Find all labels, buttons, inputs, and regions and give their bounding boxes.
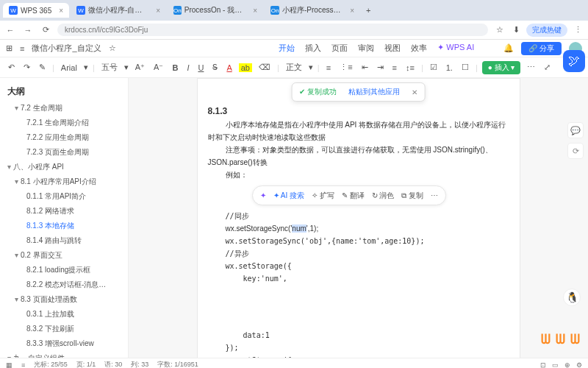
outline-item[interactable]: ▾8.1 小程序常用API介绍	[3, 174, 125, 189]
status-bar: ▦ ≡ 光标: 25/55 页: 1/1 语: 30 列: 33 字数: 1/1…	[0, 358, 588, 368]
star-icon[interactable]: ☆	[109, 43, 116, 53]
outline-item[interactable]: 7.2.2 应用生命周期	[3, 130, 125, 145]
bold-icon[interactable]: B	[170, 63, 180, 72]
number-list-icon[interactable]: ⋮≡	[337, 63, 354, 72]
settings-chip[interactable]: 完成热键	[526, 24, 567, 37]
insert-button[interactable]: ● 插入 ▾	[482, 61, 521, 74]
ai-search[interactable]: ✦ AI 搜索	[273, 189, 304, 202]
highlight-icon[interactable]: ab	[239, 63, 252, 72]
ordered-icon[interactable]: 1.	[444, 63, 455, 72]
tab-efficiency[interactable]: 效率	[411, 43, 427, 54]
hamburger-icon[interactable]: ≡	[20, 44, 24, 53]
outline-item[interactable]: 8.3.2 下拉刷新	[3, 322, 125, 336]
ai-polish[interactable]: ↻ 润色	[372, 189, 395, 202]
share-button[interactable]: 🔗 分享	[521, 42, 562, 55]
align-icon[interactable]: ≡	[390, 63, 399, 72]
task-list-icon[interactable]: ☑	[428, 63, 440, 72]
wps-ai-button[interactable]: ✦ WPS AI	[437, 43, 474, 54]
expand-icon[interactable]: ⤢	[542, 63, 553, 72]
new-tab-button[interactable]: +	[362, 6, 375, 15]
outline-item[interactable]: 7.2.1 生命周期介绍	[3, 116, 125, 130]
settings-icon[interactable]: ⚙	[576, 361, 582, 369]
ai-more-icon[interactable]: ⋯	[431, 189, 438, 202]
success-icon: ✔ 复制成功	[299, 87, 337, 97]
underline-icon[interactable]: U	[196, 63, 206, 72]
list-icon[interactable]: ≡	[21, 361, 25, 369]
close-icon[interactable]: ×	[253, 7, 257, 15]
more-icon[interactable]: ⋯	[525, 63, 537, 72]
close-icon[interactable]: ×	[156, 7, 160, 15]
paste-link[interactable]: 粘贴到其他应用	[348, 87, 400, 97]
font-color-icon[interactable]: A	[224, 63, 234, 72]
browser-tab[interactable]: W微信小程序-自定义×	[71, 2, 166, 18]
zoom-icon[interactable]: ⊕	[564, 361, 570, 369]
outline-item[interactable]: ▾7.2 生命周期	[3, 101, 125, 116]
view-icon[interactable]: ⊡	[540, 361, 546, 369]
browser-tab[interactable]: OnProcessOn - 我的文件×	[168, 2, 263, 18]
outline-item[interactable]: 8.3.3 增强scroll-view	[3, 336, 125, 351]
undo-icon[interactable]: ↶	[6, 63, 17, 72]
assistant-penguin-icon[interactable]: 🐧	[563, 289, 581, 306]
size-select[interactable]: 五号	[99, 62, 120, 73]
tab-start[interactable]: 开始	[279, 43, 295, 54]
outline-item[interactable]: 8.2.2 模态对话框-消息…	[3, 277, 125, 292]
redo-icon[interactable]: ↷	[21, 63, 32, 72]
outline-item[interactable]: 8.1.3 本地存储	[3, 219, 125, 233]
forward-icon[interactable]: →	[22, 26, 34, 35]
close-icon[interactable]: ×	[350, 7, 354, 15]
browser-tab[interactable]: WWPS 365×	[3, 3, 69, 18]
download-icon[interactable]: ⬇	[510, 25, 522, 35]
tab-view[interactable]: 视图	[384, 43, 401, 54]
tab-insert[interactable]: 插入	[305, 43, 321, 54]
outline-item[interactable]: ▾八、小程序 API	[3, 160, 125, 174]
menu-icon[interactable]: ⋮	[572, 25, 584, 35]
assistant-bird-icon[interactable]: 🕊	[563, 50, 585, 72]
notification-icon[interactable]: 🔔	[503, 43, 514, 53]
outline-item[interactable]: 8.1.2 网络请求	[3, 204, 125, 219]
ai-spark-icon[interactable]: ✦	[260, 189, 266, 202]
ai-copy[interactable]: ⧉ 复制	[401, 189, 423, 202]
indent-right-icon[interactable]: ⇥	[375, 63, 386, 72]
outline-item[interactable]: ▾九、自定义组件	[3, 351, 125, 358]
line-spacing-icon[interactable]: ↕≡	[404, 63, 417, 72]
checklist-icon[interactable]: ☐	[459, 63, 471, 72]
tab-review[interactable]: 审阅	[358, 43, 374, 54]
code-line: wx.setStorageSync('num',1);	[208, 222, 509, 235]
star-icon[interactable]: ☆	[494, 25, 506, 35]
section-number: 8.1.3	[208, 106, 228, 116]
style-select[interactable]: 正文	[284, 62, 304, 73]
reload-icon[interactable]: ⟳	[40, 25, 51, 35]
close-icon[interactable]: ✕	[412, 88, 417, 96]
tab-page[interactable]: 页面	[331, 43, 348, 54]
app-menu-icon[interactable]: ⊞	[6, 43, 12, 53]
browser-tab[interactable]: On小程序-ProcessOn×	[265, 2, 360, 18]
url-input[interactable]: krdocs.cn/l/cc9lGc3DoFju	[57, 24, 488, 36]
ai-expand[interactable]: ✧ 扩写	[312, 189, 334, 202]
font-select[interactable]: Arial	[59, 63, 79, 72]
outline-item[interactable]: 7.2.3 页面生命周期	[3, 145, 125, 160]
view-icon[interactable]: ▭	[552, 361, 559, 369]
decrease-font-icon[interactable]: A⁻	[151, 63, 165, 72]
outline-item[interactable]: 0.3.1 上拉加载	[3, 307, 125, 322]
clear-format-icon[interactable]: ⌫	[257, 63, 273, 72]
italic-icon[interactable]: I	[184, 63, 191, 72]
paragraph: 例如：	[208, 169, 509, 181]
doc-title[interactable]: 微信小程序_自定义	[32, 43, 101, 54]
outline-item[interactable]: ▾0.2 界面交互	[3, 248, 125, 263]
history-icon[interactable]: ⟳	[567, 143, 584, 159]
back-icon[interactable]: ←	[4, 26, 16, 35]
ai-translate[interactable]: ✎ 翻译	[342, 189, 365, 202]
outline-item[interactable]: 8.1.4 路由与跳转	[3, 233, 125, 248]
document-page[interactable]: 8.1.3 小程序本地存储是指在小程序中使用 API 将数据存储在用户的设备上，…	[197, 78, 520, 358]
comment-icon[interactable]: 💬	[567, 122, 584, 138]
grid-icon[interactable]: ▦	[6, 361, 12, 369]
increase-font-icon[interactable]: A⁺	[133, 63, 147, 72]
close-icon[interactable]: ×	[59, 7, 63, 15]
outline-item[interactable]: 8.2.1 loading提示框	[3, 263, 125, 277]
format-painter-icon[interactable]: ✎	[37, 63, 48, 72]
outline-item[interactable]: ▾8.3 页面处理函数	[3, 292, 125, 307]
strike-icon[interactable]: S̶	[210, 63, 220, 72]
bullet-list-icon[interactable]: ≡	[324, 63, 333, 72]
outline-item[interactable]: 0.1.1 常用API简介	[3, 189, 125, 204]
indent-left-icon[interactable]: ⇤	[359, 63, 370, 72]
